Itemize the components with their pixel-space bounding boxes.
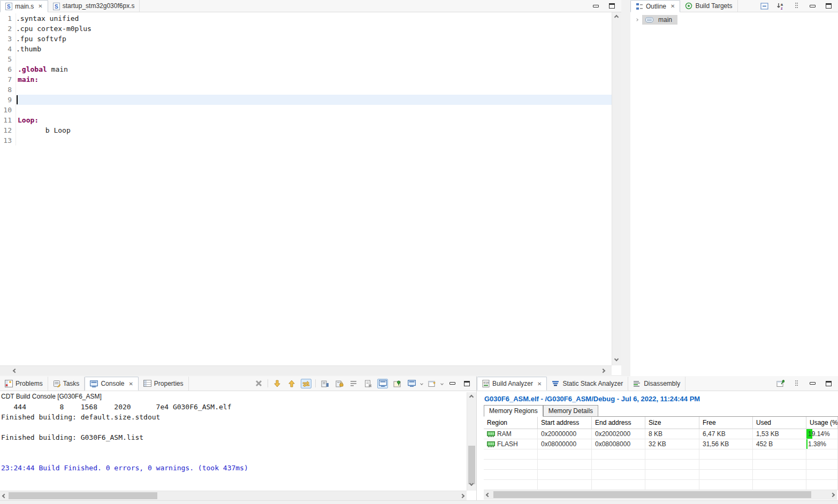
editor-horizontal-scrollbar[interactable] <box>0 365 612 375</box>
column-header[interactable]: Start address <box>538 417 592 429</box>
console-line: Finished building: G030F6_ASM.list <box>1 432 475 442</box>
expand-chevron-icon[interactable] <box>635 18 638 21</box>
console-line <box>1 442 475 453</box>
tab-static-stack-analyzer[interactable]: Static Stack Analyzer <box>547 377 628 391</box>
scroll-right-icon[interactable] <box>458 491 467 500</box>
minimize-icon[interactable] <box>590 1 601 11</box>
column-header[interactable]: Used <box>753 417 806 429</box>
start-address: 0x08000000 <box>538 439 592 449</box>
column-header[interactable]: Free <box>699 417 753 429</box>
tab-build-analyzer[interactable]: 010 Build Analyzer ✕ <box>477 377 547 391</box>
region-name: FLASH <box>497 439 518 449</box>
tab-startup-s[interactable]: S startup_stm32g030f6px.s <box>48 0 140 12</box>
column-header[interactable]: Size <box>645 417 699 429</box>
tab-main-s[interactable]: S main.s ✕ <box>0 0 48 12</box>
scroll-right-icon[interactable] <box>599 366 607 375</box>
previous-annotation-icon[interactable] <box>286 379 297 388</box>
code-line[interactable]: 3 .fpu softvfp <box>0 34 612 44</box>
view-menu-icon[interactable] <box>791 1 802 11</box>
code-line[interactable]: 7 main: <box>0 74 612 85</box>
code-text: .syntax unified <box>16 13 79 24</box>
maximize-icon[interactable] <box>461 379 472 388</box>
tab-label: Console <box>101 380 124 387</box>
tab-tasks[interactable]: Tasks <box>48 377 85 391</box>
scroll-left-icon[interactable] <box>0 491 9 500</box>
show-output-on-change-icon[interactable] <box>301 379 311 388</box>
code-line[interactable]: 11 Loop: <box>0 115 612 125</box>
chevron-down-icon[interactable] <box>440 382 444 385</box>
terminate-icon[interactable] <box>253 379 264 388</box>
minimize-icon[interactable] <box>807 1 818 11</box>
tree-item-main[interactable]: main <box>630 14 838 25</box>
export-log-icon[interactable] <box>319 379 330 388</box>
clear-console-icon[interactable] <box>363 379 374 388</box>
scroll-down-icon[interactable] <box>614 357 619 361</box>
close-icon[interactable]: ✕ <box>38 3 42 9</box>
next-annotation-icon[interactable] <box>272 379 283 388</box>
show-console-on-output-icon[interactable] <box>377 379 388 388</box>
region-used: 452 B <box>753 439 806 449</box>
maximize-icon[interactable] <box>823 1 834 11</box>
editor-outline-splitter[interactable] <box>621 0 630 376</box>
subtab-memory-details[interactable]: Memory Details <box>543 405 598 416</box>
code-line[interactable]: 8 <box>0 85 612 95</box>
code-line[interactable]: 5 <box>0 54 612 64</box>
tab-outline[interactable]: Outline ✕ <box>630 0 680 12</box>
word-wrap-icon[interactable] <box>348 379 359 388</box>
column-header[interactable]: End address <box>592 417 645 429</box>
scroll-up-icon[interactable] <box>614 15 619 19</box>
scroll-left-icon[interactable] <box>484 490 492 500</box>
scroll-up-icon[interactable] <box>469 395 474 399</box>
code-line[interactable]: 10 <box>0 105 612 115</box>
display-selected-console-icon[interactable] <box>406 379 417 388</box>
scroll-right-icon[interactable] <box>828 490 837 500</box>
tab-disassembly[interactable]: Disassembly <box>628 377 685 391</box>
subtab-memory-regions[interactable]: Memory Regions <box>484 405 543 417</box>
analyzer-horizontal-scrollbar[interactable] <box>484 490 837 500</box>
code-line[interactable]: 9 <box>0 95 612 105</box>
maximize-icon[interactable] <box>823 379 834 388</box>
tab-problems[interactable]: Problems <box>0 377 48 391</box>
pin-view-icon[interactable] <box>775 379 786 388</box>
editor-vertical-scrollbar[interactable] <box>612 12 621 365</box>
console-vertical-scrollbar[interactable] <box>467 392 476 491</box>
code-line[interactable]: 13 <box>0 135 612 146</box>
code-line[interactable]: 6 .global main <box>0 64 612 74</box>
scroll-thumb[interactable] <box>493 491 811 498</box>
code-editor[interactable]: 1 .syntax unified 2 .cpu cortex-m0plus 3 <box>0 12 612 365</box>
collapse-all-icon[interactable] <box>759 1 770 11</box>
code-line[interactable]: 12 b Loop <box>0 125 612 135</box>
view-menu-icon[interactable] <box>791 379 802 388</box>
console-horizontal-scrollbar[interactable] <box>0 491 467 500</box>
build-result-title: G030F6_ASM.elf - /G030F6_ASM/Debug - Jul… <box>477 391 838 405</box>
code-line[interactable]: 2 .cpu cortex-m0plus <box>0 24 612 34</box>
usage-percent: 1.38% <box>808 440 826 448</box>
close-icon[interactable]: ✕ <box>128 381 133 387</box>
console-output[interactable]: 444 8 1568 2020 7e4 G030F6_ASM.elfFinish… <box>0 401 476 474</box>
column-header[interactable]: Usage (%) <box>806 417 838 429</box>
code-line[interactable]: 4 .thumb <box>0 44 612 54</box>
column-header[interactable]: Region <box>484 417 538 429</box>
open-console-icon[interactable] <box>426 379 437 388</box>
sort-alphabetically-icon[interactable]: az <box>775 1 786 11</box>
scroll-thumb[interactable] <box>9 492 157 499</box>
pin-console-icon[interactable] <box>392 379 402 388</box>
minimize-icon[interactable] <box>447 379 458 388</box>
close-icon[interactable]: ✕ <box>671 3 675 9</box>
tab-build-targets[interactable]: Build Targets <box>680 0 737 12</box>
code-keyword: main: <box>18 74 39 85</box>
scroll-left-icon[interactable] <box>11 366 19 375</box>
chevron-down-icon[interactable] <box>420 382 423 385</box>
maximize-icon[interactable] <box>606 1 617 11</box>
line-number: 1 <box>0 13 16 24</box>
asm-file-icon: S <box>53 2 60 10</box>
code-line[interactable]: 1 .syntax unified <box>0 13 612 24</box>
end-address: 0x20002000 <box>592 429 645 439</box>
minimize-icon[interactable] <box>807 379 818 388</box>
tab-properties[interactable]: Properties <box>139 377 189 391</box>
scroll-lock-icon[interactable] <box>334 379 345 388</box>
scroll-thumb[interactable] <box>468 446 475 484</box>
close-icon[interactable]: ✕ <box>537 381 542 387</box>
console-line <box>1 422 475 432</box>
tab-console[interactable]: Console ✕ <box>85 377 138 391</box>
